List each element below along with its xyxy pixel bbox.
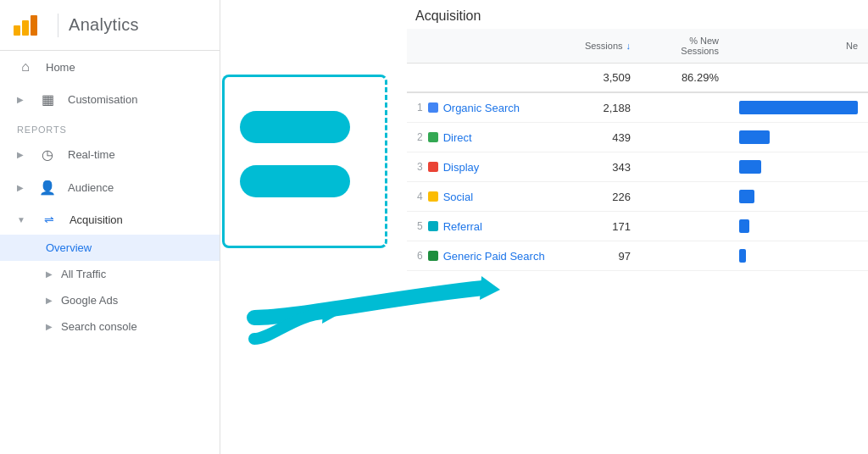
pct-new-sessions-cell [641,152,729,182]
bar-visual [739,160,761,174]
blue-pill-2 [240,165,350,197]
color-dot [428,132,438,142]
audience-icon: 👤 [39,180,56,196]
col-header-source [407,29,562,64]
table-row: 3 Display 343 [407,152,868,182]
sidebar-header: Analytics [0,0,220,51]
pct-new-sessions-cell [641,92,729,123]
main-content: Acquisition Sessions ↓ % New Sessions [220,0,868,454]
sidebar-item-audience[interactable]: ▶ 👤 Audience [0,171,220,204]
table-row: 6 Generic Paid Search 97 [407,241,868,271]
sidebar-item-home[interactable]: ⌂ Home [0,51,220,83]
sessions-cell: 2,188 [562,92,641,123]
logo-bar-3 [31,15,37,36]
svg-marker-1 [322,305,337,324]
pct-new-sessions-cell [641,241,729,271]
color-dot [428,251,438,261]
expand-arrow-audience: ▶ [17,183,24,192]
sidebar-item-customisation[interactable]: ▶ ▦ Customisation [0,83,220,116]
sidebar-subitem-overview[interactable]: Overview [0,235,220,261]
expand-arrow-search-console: ▶ [46,322,53,331]
table-row: 1 Organic Search 2,188 [407,92,868,123]
sidebar-arrow-annotation [246,296,348,347]
home-icon: ⌂ [17,59,34,75]
pct-new-sessions-cell [641,123,729,152]
sidebar-subitem-search-console[interactable]: ▶ Search console [0,313,220,340]
svg-marker-0 [480,276,500,300]
bar-cell [729,123,868,152]
sidebar-item-realtime[interactable]: ▶ ◷ Real-time [0,138,220,171]
bar-cell [729,212,868,241]
source-cell: 6 Generic Paid Search [407,241,562,271]
blue-pill-1 [240,111,350,143]
acquisition-title: Acquisition [407,8,868,24]
bar-cell [729,152,868,182]
row-number: 4 [417,191,423,202]
blue-box-annotation [222,75,387,248]
sidebar-subitem-overview-label: Overview [46,241,92,254]
sidebar-subitem-all-traffic[interactable]: ▶ All Traffic [0,261,220,287]
sidebar-subitem-google-ads-label: Google Ads [61,294,118,307]
sidebar-subitem-google-ads[interactable]: ▶ Google Ads [0,287,220,313]
source-cell: 5 Referral [407,212,562,241]
col-header-new: Ne [729,29,868,64]
sidebar-item-audience-label: Audience [68,181,114,194]
color-dot [428,162,438,172]
sidebar: Analytics ⌂ Home ▶ ▦ Customisation REPOR… [0,0,220,454]
logo-divider [58,14,58,37]
total-bar [729,64,868,93]
logo-bar-1 [14,25,20,36]
color-dot [428,221,438,231]
expand-arrow-google-ads: ▶ [46,296,53,305]
source-link[interactable]: Direct [443,131,472,144]
sidebar-item-acquisition[interactable]: ▼ ⇌ Acquisition [0,204,220,235]
acquisition-icon: ⇌ [41,213,58,226]
acquisition-table: Sessions ↓ % New Sessions Ne 3,5 [407,29,868,271]
sessions-cell: 97 [562,241,641,271]
expand-arrow-all-traffic: ▶ [46,269,53,279]
row-number: 6 [417,250,423,262]
logo-bar-2 [22,20,29,36]
sessions-cell: 439 [562,123,641,152]
sessions-cell: 171 [562,212,641,241]
bar-visual [739,190,754,203]
source-link[interactable]: Generic Paid Search [443,250,545,263]
source-link[interactable]: Referral [443,220,482,233]
pct-new-sessions-cell [641,182,729,212]
table-row: 5 Referral 171 [407,212,868,241]
sessions-cell: 226 [562,182,641,212]
row-number: 1 [417,102,423,114]
bar-cell [729,182,868,212]
acquisition-container: Acquisition Sessions ↓ % New Sessions [390,0,868,271]
sidebar-subitem-all-traffic-label: All Traffic [61,268,106,280]
source-cell: 4 Social [407,182,562,212]
row-number: 5 [417,220,423,232]
color-dot [428,191,438,202]
sidebar-item-realtime-label: Real-time [68,148,115,161]
source-cell: 1 Organic Search [407,92,562,123]
source-link[interactable]: Organic Search [443,102,520,114]
source-cell: 3 Display [407,152,562,182]
source-link[interactable]: Display [443,161,480,174]
row-number: 2 [417,131,423,143]
table-row-total: 3,509 86.29% [407,64,868,93]
table-row: 4 Social 226 [407,182,868,212]
customisation-icon: ▦ [39,91,56,108]
row-number: 3 [417,161,423,173]
bar-visual [739,130,770,144]
total-sessions: 3,509 [562,64,641,93]
total-pct-new-sessions: 86.29% [641,64,729,93]
source-link[interactable]: Social [443,191,473,203]
expand-arrow-acquisition: ▼ [17,215,25,224]
sidebar-subitem-search-console-label: Search console [61,320,137,333]
bar-cell [729,241,868,271]
bar-visual [739,249,746,263]
bar-visual [739,101,858,114]
sidebar-item-customisation-label: Customisation [68,93,137,106]
source-cell: 2 Direct [407,123,562,152]
bar-cell [729,92,868,123]
total-label [407,64,562,93]
app-title: Analytics [69,15,139,35]
analytics-logo [14,15,37,36]
pct-new-sessions-cell [641,212,729,241]
